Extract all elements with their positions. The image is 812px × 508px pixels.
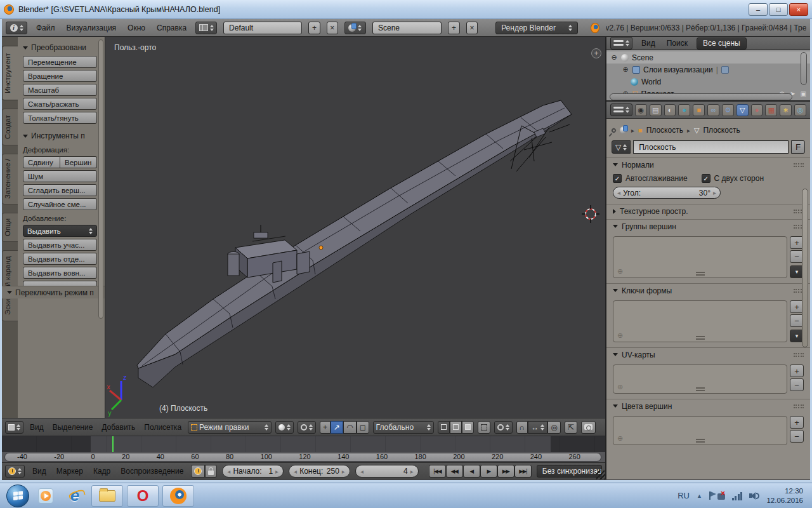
taskbar-clock[interactable]: 12:30 12.06.2016 [766,486,803,505]
render-engine-dropdown[interactable]: Рендер Blender [495,22,578,34]
taskbar-blender-button[interactable] [162,485,194,507]
play-button[interactable]: ▶ [480,465,497,478]
snap-target-button[interactable]: ◎ [547,421,560,434]
sync-mode-dropdown[interactable]: Без синхронизации [537,465,602,478]
current-frame-field[interactable]: ◂ 4 ▸ [355,465,419,478]
mesh-datablock-dropdown[interactable]: ▽ [612,140,631,154]
delete-scene-button[interactable]: × [466,22,478,34]
increment-icon[interactable]: ▸ [410,468,414,475]
vgroups-list[interactable]: ⊕ [613,236,787,278]
meshtools-panel-header[interactable]: Инструменты п [23,130,97,142]
doublesided-checkbox-item[interactable]: ✓ С двух сторон [702,174,764,183]
menu-tl-marker[interactable]: Маркер [54,467,86,476]
face-select-button[interactable] [462,421,474,434]
vertex-slide-button[interactable]: Вершин [60,156,97,168]
outliner-filter-dropdown[interactable]: Все сцены [697,37,747,50]
normals-section-header[interactable]: Нормали [606,157,810,171]
outliner-vscrollbar[interactable] [801,52,807,85]
mode-dropdown[interactable]: Режим правки [188,421,272,434]
outliner-hscrollbar[interactable] [610,93,792,100]
transform-panel-header[interactable]: Преобразовани [23,42,97,53]
push-pull-button[interactable]: Толкать/тянуть [23,112,97,124]
increment-icon[interactable]: ▸ [275,468,278,475]
timeline-scrub-strip[interactable]: -40 -20 0 20 40 60 80 100 120 140 160 18… [2,452,605,462]
action-center-flag-icon[interactable] [709,491,710,500]
power-plug-icon[interactable]: × [717,493,725,500]
region-expand-icon[interactable]: + [591,48,601,58]
vcolors-list[interactable]: ⊕ [613,416,787,445]
viewport-3d[interactable]: z x y Польз.-орто (4) Плоскость + [105,37,605,418]
snap-element-dropdown[interactable]: ↔ [528,421,547,434]
end-frame-field[interactable]: ◂ Конец: 250 ▸ [289,465,350,478]
use-preview-range-button[interactable] [191,465,205,478]
remove-vcolor-button[interactable]: − [790,430,804,443]
tab-world[interactable]: ● [678,104,690,116]
shading-dropdown[interactable] [275,421,294,434]
increment-icon[interactable]: ▸ [342,468,345,475]
uvmaps-list[interactable]: ⊕ [613,364,787,394]
uvmaps-section-header[interactable]: UV-карты [606,347,810,361]
close-button[interactable]: × [789,3,808,16]
manipulator-scale-button[interactable]: ◻ [357,421,369,434]
timeline-tracks[interactable] [2,436,605,452]
resize-handle-icon[interactable] [696,336,705,340]
tab-render-layers[interactable]: ▤ [650,104,662,116]
manipulator-translate-button[interactable]: ↗ [331,421,343,434]
tab-particles[interactable]: ∗ [780,104,792,116]
tab-render[interactable]: ◉ [635,104,647,116]
menu-select[interactable]: Выделение [50,423,96,432]
randomize-button[interactable]: Случайное сме... [23,198,97,210]
collapse-icon[interactable]: ⊖ [610,53,618,62]
orientation-dropdown[interactable]: Глобально [373,421,434,434]
network-signal-icon[interactable] [732,491,743,500]
vertex-select-button[interactable] [438,421,450,434]
tab-constraints[interactable]: ∞ [707,104,719,116]
editor-type-3dview-button[interactable] [5,421,23,434]
maximize-button[interactable]: □ [769,3,788,16]
prev-keyframe-button[interactable]: ◀◀ [446,465,463,478]
shrink-fatten-button[interactable]: Сжать/расжать [23,98,97,110]
minimize-button[interactable]: – [749,3,768,16]
panel-grip-icon[interactable] [794,163,804,167]
renderability-camera-icon[interactable]: ▣ [801,90,806,97]
noise-button[interactable]: Шум [23,170,97,182]
translate-button[interactable]: Перемещение [23,56,97,68]
window-titlebar[interactable]: Blender* [G:\SVETLANA\Красный Крым\НАЧАЛ… [0,0,812,19]
tab-physics[interactable]: ◎ [794,104,806,116]
language-indicator[interactable]: RU [678,491,690,500]
tab-texture[interactable]: ▦ [765,104,777,116]
scene-icon-button[interactable] [344,22,366,34]
screen-layout-field[interactable]: Default [223,22,302,34]
tab-shading[interactable]: Затенение / [2,154,18,204]
tab-create[interactable]: Создат [2,109,18,145]
editor-type-info-button[interactable]: i [6,22,27,34]
clipped-button[interactable] [23,281,97,286]
toggle-mode-panel-header[interactable]: Переключить режим п [2,286,105,298]
add-uvmap-button[interactable]: + [790,364,804,377]
autosmooth-checkbox-item[interactable]: ✓ Автосглаживание [613,174,688,183]
editor-type-outliner-button[interactable] [610,37,632,50]
play-reverse-button[interactable]: ◀ [463,465,480,478]
resize-handle-icon[interactable] [696,387,705,391]
decrement-icon[interactable]: ◂ [227,468,230,475]
rotate-button[interactable]: Вращение [23,70,97,82]
jump-to-end-button[interactable]: ▶▶| [514,465,532,478]
tab-options[interactable]: Опци [2,213,18,242]
menu-window[interactable]: Окно [125,23,148,32]
texspace-section-header[interactable]: Текстурное простр. [606,204,810,218]
menu-file[interactable]: Файл [34,23,58,32]
occlude-geometry-button[interactable] [478,421,490,434]
extrude-dropdown[interactable]: Выдавить [23,225,97,237]
menu-tl-view[interactable]: Вид [30,467,49,476]
resize-handle-icon[interactable] [696,272,705,276]
tab-modifiers[interactable]: ⚙ [722,104,734,116]
vcolors-section-header[interactable]: Цвета вершин [606,399,810,413]
menu-view[interactable]: Вид [27,423,46,432]
opengl-render-button[interactable]: ⇱ [565,421,577,434]
outliner-item-scene[interactable]: ⊖ Scene [606,51,810,64]
taskbar-internet-explorer-icon[interactable]: e [62,485,88,507]
manipulator-rotate-button[interactable]: ◠ [343,421,356,434]
editor-type-timeline-button[interactable] [5,465,25,478]
menu-render[interactable]: Визуализация [64,23,119,32]
manipulator-axes-button[interactable]: + [320,421,331,434]
